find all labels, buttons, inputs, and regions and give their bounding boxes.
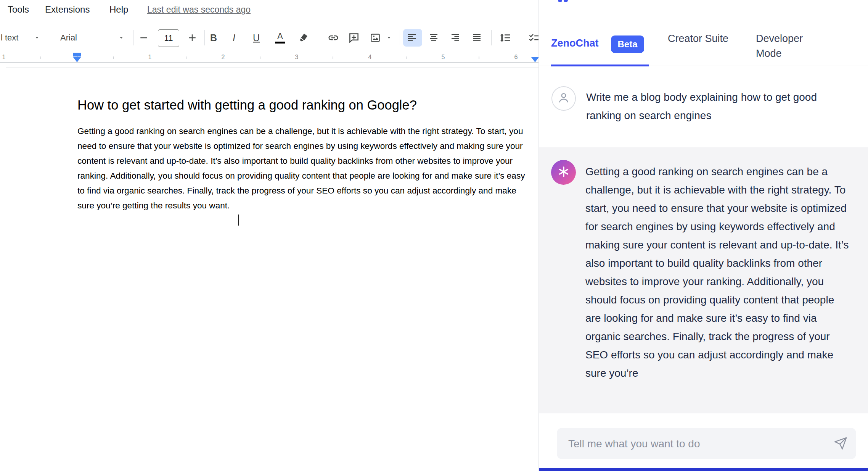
text-color-button[interactable]: A xyxy=(275,32,285,44)
line-spacing-icon[interactable] xyxy=(500,32,511,44)
document-body[interactable]: Getting a good ranking on search engines… xyxy=(77,124,534,213)
chevron-down-icon[interactable] xyxy=(34,35,40,41)
textcortex-logo xyxy=(558,0,562,2)
underline-button[interactable]: U xyxy=(253,32,260,44)
document-title[interactable]: How to get started with getting a good r… xyxy=(77,97,531,113)
ai-message-block: Getting a good ranking on search engines… xyxy=(539,147,868,413)
ruler-number: 3 xyxy=(294,54,300,61)
chevron-down-icon[interactable] xyxy=(386,35,392,41)
menu-tools[interactable]: Tools xyxy=(8,4,29,15)
italic-button[interactable]: I xyxy=(233,32,235,44)
active-tab-underline xyxy=(551,65,649,66)
first-line-indent-marker[interactable] xyxy=(73,53,81,56)
increase-font-size-button[interactable] xyxy=(186,32,198,44)
ruler-number: 4 xyxy=(367,54,373,61)
chat-input-container xyxy=(557,428,856,459)
user-avatar xyxy=(551,86,576,111)
zenochat-panel: ZenoChat Beta Creator Suite Developer Mo… xyxy=(538,0,868,471)
toolbar-separator xyxy=(51,30,51,45)
ai-message: Getting a good ranking on search engines… xyxy=(585,163,849,382)
insert-image-icon[interactable] xyxy=(370,32,381,44)
align-left-icon[interactable] xyxy=(406,32,418,44)
chat-input[interactable] xyxy=(567,428,821,460)
tab-creator-suite[interactable]: Creator Suite xyxy=(668,31,729,46)
toolbar-separator xyxy=(400,30,400,45)
toolbar: l text Arial 11 B xyxy=(0,27,538,49)
ruler-number: 5 xyxy=(440,54,446,61)
panel-bottom-bar xyxy=(539,468,868,471)
align-right-icon[interactable] xyxy=(450,32,461,44)
tab-developer-mode[interactable]: Developer Mode xyxy=(756,31,828,61)
menu-bar: Tools Extensions Help Last edit was seco… xyxy=(0,0,538,22)
justify-icon[interactable] xyxy=(471,32,482,44)
page-left-edge xyxy=(6,68,6,471)
checklist-icon[interactable] xyxy=(528,32,538,44)
font-dropdown[interactable]: Arial xyxy=(60,33,77,43)
send-icon[interactable] xyxy=(833,436,848,451)
zenochat-avatar xyxy=(551,160,576,185)
page-top-edge xyxy=(6,68,538,68)
paragraph-style-dropdown[interactable]: l text xyxy=(1,33,18,43)
chevron-down-icon[interactable] xyxy=(118,35,124,41)
toolbar-separator xyxy=(319,30,319,45)
highlighter-icon[interactable] xyxy=(297,32,309,44)
tab-zenochat[interactable]: ZenoChat xyxy=(551,37,599,49)
insert-link-icon[interactable] xyxy=(328,32,339,44)
left-indent-marker[interactable] xyxy=(73,57,81,62)
beta-badge: Beta xyxy=(611,35,644,53)
align-center-icon[interactable] xyxy=(428,32,439,44)
toolbar-separator xyxy=(133,30,133,45)
bold-button[interactable]: B xyxy=(210,32,217,44)
brain-asterisk-icon xyxy=(557,165,570,180)
google-docs-area: Tools Extensions Help Last edit was seco… xyxy=(0,0,538,471)
menu-extensions[interactable]: Extensions xyxy=(45,4,90,15)
textcortex-logo xyxy=(564,0,568,2)
ruler: 1 1 2 3 4 5 6 xyxy=(0,52,538,63)
person-icon xyxy=(557,91,571,106)
decrease-font-size-button[interactable] xyxy=(138,32,149,44)
user-message: Write me a blog body explaining how to g… xyxy=(586,88,849,125)
screen: Tools Extensions Help Last edit was seco… xyxy=(0,0,868,471)
right-indent-marker[interactable] xyxy=(531,57,538,62)
toolbar-separator xyxy=(491,30,492,45)
toolbar-separator xyxy=(204,30,205,45)
last-edit-link[interactable]: Last edit was seconds ago xyxy=(147,5,251,15)
ruler-number: 1 xyxy=(147,54,153,61)
add-comment-icon[interactable] xyxy=(348,32,360,44)
font-size-field[interactable]: 11 xyxy=(158,29,179,47)
ruler-number: 2 xyxy=(220,54,226,61)
ruler-number: 6 xyxy=(513,54,519,61)
menu-help[interactable]: Help xyxy=(109,4,128,15)
text-color-swatch xyxy=(275,42,285,44)
ruler-number: 1 xyxy=(1,54,7,61)
text-cursor xyxy=(238,215,239,226)
